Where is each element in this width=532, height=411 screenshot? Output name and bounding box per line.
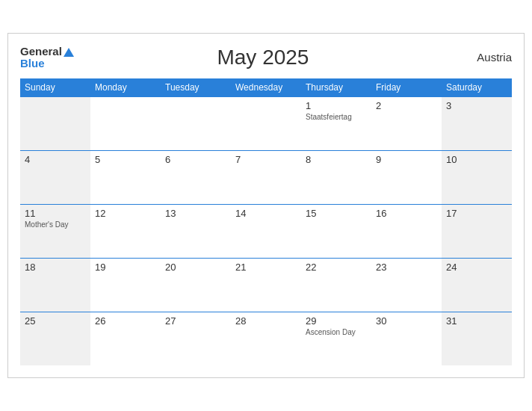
day-number: 26 [95,315,156,327]
day-number: 1 [306,100,367,111]
day-number: 30 [376,315,437,327]
logo: General Blue [20,46,74,69]
calendar-day-cell: 11Mother's Day [20,204,90,258]
day-number: 31 [446,315,507,327]
calendar-day-cell: 28 [231,312,301,365]
calendar-day-cell [161,96,231,150]
calendar-week-row: 18192021222324 [20,258,512,312]
day-number: 4 [25,154,86,165]
country-label: Austria [452,51,512,64]
day-number: 20 [165,262,226,273]
day-number: 10 [446,154,507,165]
weekday-header: Friday [371,78,442,97]
logo-general-text: General [20,46,74,58]
calendar-day-cell: 15 [301,204,371,258]
calendar-day-cell: 4 [20,150,90,204]
calendar-day-cell: 10 [442,150,512,204]
day-number: 23 [376,262,437,273]
calendar-day-cell: 22 [301,258,371,312]
calendar-day-cell: 19 [90,258,161,312]
day-number: 19 [95,262,156,273]
calendar-day-cell: 18 [20,258,90,312]
weekday-header: Saturday [442,78,512,97]
calendar-day-cell: 9 [371,150,442,204]
weekday-header: Monday [90,78,161,97]
day-number: 5 [95,154,156,165]
calendar-day-cell: 3 [442,96,512,150]
calendar-day-cell: 27 [161,312,231,365]
calendar-week-row: 2526272829Ascension Day3031 [20,312,512,365]
calendar-week-row: 45678910 [20,150,512,204]
day-number: 28 [235,315,297,327]
calendar-day-cell: 13 [161,204,231,258]
day-number: 6 [165,154,226,165]
calendar-day-cell: 29Ascension Day [301,312,371,365]
calendar-day-cell: 12 [90,204,161,258]
calendar-wrapper: General Blue May 2025 Austria SundayMond… [7,33,525,379]
calendar-day-cell: 1Staatsfeiertag [301,96,371,150]
calendar-week-row: 1Staatsfeiertag23 [20,96,512,150]
calendar-day-cell: 8 [301,150,371,204]
weekday-header: Wednesday [231,78,301,97]
day-number: 21 [235,262,297,273]
calendar-header-row: SundayMondayTuesdayWednesdayThursdayFrid… [20,78,512,97]
calendar-day-cell [20,96,90,150]
calendar-day-cell: 6 [161,150,231,204]
day-number: 13 [165,208,226,219]
calendar-day-cell: 17 [442,204,512,258]
weekday-header: Tuesday [161,78,231,97]
day-number: 7 [235,154,297,165]
day-number: 14 [235,208,297,219]
day-number: 16 [376,208,437,219]
logo-triangle-icon [64,48,74,57]
calendar-day-cell: 5 [90,150,161,204]
weekday-header: Thursday [301,78,371,97]
calendar-day-cell: 25 [20,312,90,365]
day-number: 9 [376,154,437,165]
calendar-title: May 2025 [74,46,452,69]
day-number: 24 [446,262,507,273]
calendar-body: 1Staatsfeiertag234567891011Mother's Day1… [20,96,512,365]
calendar-day-cell: 24 [442,258,512,312]
day-event-label: Staatsfeiertag [306,113,367,121]
day-number: 25 [25,315,86,327]
day-number: 17 [446,208,507,219]
calendar-day-cell: 20 [161,258,231,312]
calendar-day-cell: 21 [231,258,301,312]
day-number: 11 [25,208,86,219]
weekday-header: Sunday [20,78,90,97]
calendar-day-cell [231,96,301,150]
day-number: 2 [376,100,437,111]
day-number: 27 [165,315,226,327]
calendar-header: General Blue May 2025 Austria [20,46,512,69]
calendar-day-cell: 2 [371,96,442,150]
calendar-week-row: 11Mother's Day121314151617 [20,204,512,258]
calendar-day-cell [90,96,161,150]
calendar-day-cell: 31 [442,312,512,365]
day-number: 8 [306,154,367,165]
calendar-day-cell: 7 [231,150,301,204]
calendar-day-cell: 14 [231,204,301,258]
calendar-grid: SundayMondayTuesdayWednesdayThursdayFrid… [20,78,512,366]
day-number: 29 [306,315,367,327]
day-number: 15 [306,208,367,219]
day-number: 18 [25,262,86,273]
calendar-day-cell: 16 [371,204,442,258]
calendar-day-cell: 23 [371,258,442,312]
day-number: 12 [95,208,156,219]
calendar-day-cell: 26 [90,312,161,365]
day-number: 3 [446,100,507,111]
day-event-label: Ascension Day [306,328,367,336]
calendar-day-cell: 30 [371,312,442,365]
day-number: 22 [306,262,367,273]
logo-blue-text: Blue [20,58,74,69]
day-event-label: Mother's Day [25,220,86,229]
